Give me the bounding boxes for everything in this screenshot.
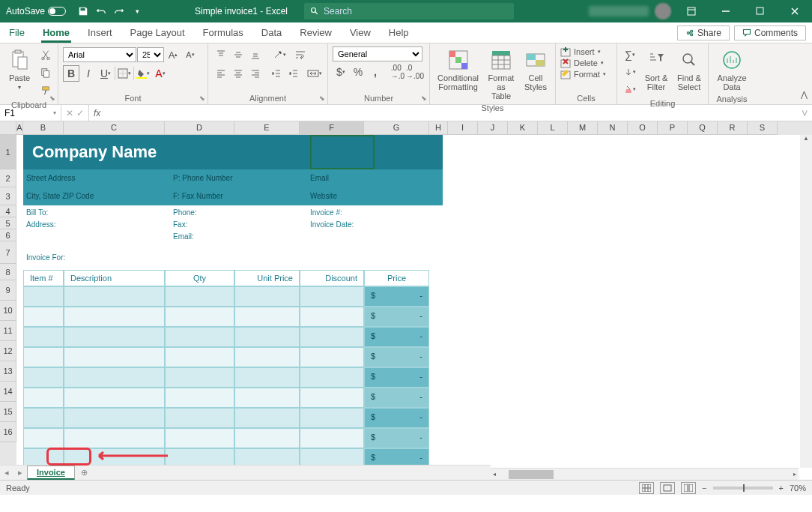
accounting-icon[interactable]: $▾ bbox=[333, 64, 349, 80]
dialog-launcher-icon[interactable]: ⬊ bbox=[199, 94, 205, 102]
table-cell[interactable] bbox=[23, 428, 64, 448]
font-size-select[interactable]: 25 bbox=[137, 47, 164, 62]
scroll-up-icon[interactable]: ▲ bbox=[800, 135, 812, 145]
table-cell[interactable] bbox=[234, 307, 300, 327]
collapse-ribbon-icon[interactable]: ⋀ bbox=[801, 90, 808, 100]
table-cell[interactable] bbox=[300, 286, 364, 307]
table-cell[interactable] bbox=[64, 388, 165, 408]
row-header[interactable]: 10 bbox=[0, 301, 16, 321]
row-header[interactable]: 3 bbox=[0, 187, 16, 205]
close-icon[interactable] bbox=[781, 0, 809, 22]
decrease-font-icon[interactable]: A▾ bbox=[182, 46, 199, 63]
underline-button[interactable]: U▾ bbox=[97, 65, 114, 82]
table-cell[interactable] bbox=[165, 428, 234, 448]
row-header[interactable]: 8 bbox=[0, 264, 16, 280]
increase-indent-icon[interactable] bbox=[285, 65, 302, 82]
dialog-launcher-icon[interactable]: ⬊ bbox=[319, 94, 325, 102]
table-cell[interactable] bbox=[234, 428, 300, 448]
tab-home[interactable]: Home bbox=[34, 22, 79, 43]
col-header[interactable]: R bbox=[718, 121, 748, 135]
format-cells-button[interactable]: Format▾ bbox=[560, 69, 606, 79]
col-header[interactable]: P bbox=[658, 121, 688, 135]
table-cell[interactable]: $- bbox=[364, 347, 429, 367]
col-header[interactable]: N bbox=[598, 121, 628, 135]
col-header[interactable]: S bbox=[748, 121, 778, 135]
table-cell[interactable] bbox=[300, 327, 364, 347]
enter-formula-icon[interactable]: ✓ bbox=[76, 108, 84, 118]
scroll-right-icon[interactable]: ▸ bbox=[791, 471, 799, 478]
increase-font-icon[interactable]: A▴ bbox=[165, 46, 181, 63]
table-cell[interactable] bbox=[23, 286, 64, 307]
table-cell[interactable] bbox=[300, 367, 364, 388]
align-top-icon[interactable] bbox=[213, 46, 229, 63]
sheet-nav-next-icon[interactable]: ▸ bbox=[13, 468, 27, 478]
table-cell[interactable] bbox=[300, 307, 364, 327]
percent-icon[interactable]: % bbox=[350, 64, 366, 80]
row-header[interactable]: 16 bbox=[0, 422, 16, 442]
italic-button[interactable]: I bbox=[80, 65, 97, 82]
col-header[interactable]: G bbox=[364, 121, 429, 135]
table-cell[interactable] bbox=[300, 347, 364, 367]
comments-button[interactable]: Comments bbox=[734, 25, 806, 40]
tab-help[interactable]: Help bbox=[380, 22, 418, 43]
row-header[interactable]: 1 bbox=[0, 135, 16, 169]
col-header[interactable]: I bbox=[448, 121, 478, 135]
ribbon-display-icon[interactable] bbox=[677, 0, 706, 22]
avatar[interactable] bbox=[655, 3, 671, 19]
table-cell[interactable] bbox=[165, 408, 234, 428]
table-cell[interactable] bbox=[23, 408, 64, 428]
wrap-text-icon[interactable] bbox=[292, 46, 309, 63]
col-header[interactable]: B bbox=[23, 121, 64, 135]
fx-icon[interactable]: fx bbox=[89, 108, 105, 118]
table-cell[interactable] bbox=[300, 428, 364, 448]
increase-decimal-icon[interactable]: .00→.0 bbox=[390, 64, 406, 80]
delete-cells-button[interactable]: Delete▾ bbox=[560, 58, 604, 68]
align-right-icon[interactable] bbox=[247, 65, 264, 82]
cells-area[interactable]: Company Name Street Address P: Phone Num… bbox=[16, 135, 812, 480]
row-header[interactable]: 7 bbox=[0, 241, 16, 264]
merge-center-icon[interactable]: ▾ bbox=[306, 65, 323, 82]
table-cell[interactable] bbox=[300, 388, 364, 408]
orientation-icon[interactable]: ▾ bbox=[271, 46, 288, 63]
maximize-icon[interactable] bbox=[746, 0, 775, 22]
copy-icon[interactable] bbox=[37, 64, 54, 81]
tab-insert[interactable]: Insert bbox=[79, 22, 121, 43]
table-cell[interactable] bbox=[165, 307, 234, 327]
autosave-toggle[interactable]: AutoSave bbox=[0, 6, 72, 16]
sort-filter-button[interactable]: Sort & Filter bbox=[641, 46, 671, 93]
select-all-corner[interactable] bbox=[0, 121, 16, 135]
row-header[interactable]: 9 bbox=[0, 280, 16, 301]
table-cell[interactable] bbox=[64, 367, 165, 388]
col-header[interactable]: D bbox=[165, 121, 234, 135]
dialog-launcher-icon[interactable]: ⬊ bbox=[421, 94, 427, 102]
tab-view[interactable]: View bbox=[341, 22, 380, 43]
col-header[interactable]: O bbox=[628, 121, 658, 135]
table-cell[interactable] bbox=[23, 307, 64, 327]
save-icon[interactable] bbox=[75, 3, 91, 19]
tab-review[interactable]: Review bbox=[291, 22, 341, 43]
redo-icon[interactable] bbox=[111, 3, 127, 19]
table-cell[interactable] bbox=[64, 286, 165, 307]
insert-cells-button[interactable]: Insert▾ bbox=[560, 46, 601, 57]
tab-formulas[interactable]: Formulas bbox=[194, 22, 252, 43]
table-cell[interactable] bbox=[64, 428, 165, 448]
font-name-select[interactable]: Arial bbox=[63, 47, 136, 62]
table-cell[interactable] bbox=[23, 367, 64, 388]
undo-icon[interactable] bbox=[93, 3, 109, 19]
zoom-in-icon[interactable]: + bbox=[779, 484, 784, 493]
col-header[interactable]: Q bbox=[688, 121, 718, 135]
cell-styles-button[interactable]: Cell Styles bbox=[521, 46, 551, 93]
page-layout-view-icon[interactable] bbox=[660, 482, 675, 494]
cut-icon[interactable] bbox=[37, 46, 54, 63]
format-table-button[interactable]: Format as Table bbox=[485, 46, 518, 102]
col-header[interactable]: K bbox=[508, 121, 538, 135]
align-middle-icon[interactable] bbox=[230, 46, 246, 63]
col-header[interactable]: F bbox=[300, 121, 364, 135]
col-header[interactable]: H bbox=[429, 121, 448, 135]
decrease-decimal-icon[interactable]: .0→.00 bbox=[407, 64, 423, 80]
table-cell[interactable] bbox=[64, 408, 165, 428]
table-cell[interactable] bbox=[234, 388, 300, 408]
tab-data[interactable]: Data bbox=[252, 22, 291, 43]
align-bottom-icon[interactable] bbox=[247, 46, 264, 63]
user-name[interactable] bbox=[589, 6, 649, 16]
